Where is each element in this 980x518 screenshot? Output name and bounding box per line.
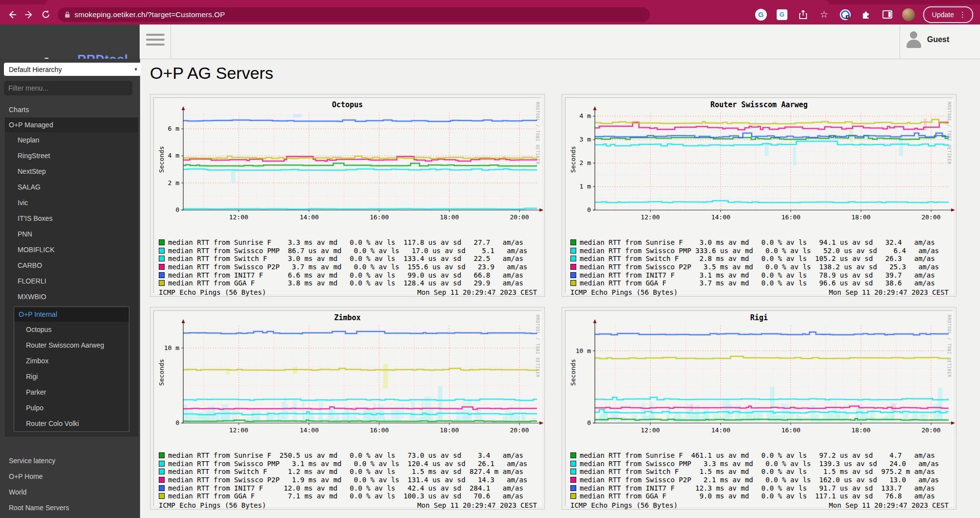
x-tick-label: 20:00 (921, 426, 940, 434)
legend-row: median RTT from INIT7 F 12.0 ms av md 0.… (159, 484, 539, 492)
x-tick-label: 16:00 (781, 213, 800, 221)
x-tick-label: 16:00 (369, 426, 389, 434)
graph-ylabel: Seconds (158, 351, 165, 395)
sidebar-item-octopus[interactable]: Octopus (14, 322, 129, 337)
back-arrow-icon (7, 10, 17, 20)
sidebar-item-mobiflick[interactable]: MOBIFLICK (5, 242, 138, 258)
x-tick-label: 12:00 (640, 426, 660, 434)
sidebar-item-floerli[interactable]: FLOERLI (5, 273, 138, 289)
legend-row: median RTT from Swissco P2P 1.9 ms av md… (159, 476, 539, 484)
sidebar-item-op-managed[interactable]: O+P Managed (5, 118, 138, 132)
share-icon[interactable] (797, 8, 809, 21)
legend-row: median RTT from Switch F 1.5 ms av md 0.… (570, 468, 951, 476)
sidebar-item-nextstep[interactable]: NextStep (5, 164, 138, 179)
sidebar-item-op-home[interactable]: O+P Home (0, 469, 140, 484)
reload-button[interactable] (37, 6, 54, 23)
y-tick-label: 2 m (156, 179, 179, 187)
graph-panel-router-swisscom-aarweg[interactable]: Router Swisscom AarwegSecondsRRDTOOL / T… (562, 94, 956, 297)
sidebar-item-mxwbio[interactable]: MXWBIO (5, 289, 138, 305)
x-tick-label: 20:00 (510, 213, 529, 221)
side-panel-icon[interactable] (881, 8, 894, 21)
rrd-graph-rigi[interactable]: RigiSecondsRRDTOOL / TOBI OETIKER010 m12… (565, 310, 953, 506)
menu-hamburger-icon[interactable] (146, 34, 165, 49)
graph-panel-octopus[interactable]: OctopusSecondsRRDTOOL / TOBI OETIKER02 m… (150, 94, 545, 297)
legend-row: median RTT from GGA F 3.8 ms av md 0.0 %… (159, 279, 539, 287)
browser-active-tab[interactable] (45, 0, 829, 4)
page: smokeping.oetiker.ch/?target=Customers.O… (0, 0, 980, 518)
legend-swatch-icon (570, 485, 576, 491)
update-button[interactable]: Update ⋮ (923, 6, 973, 23)
hierarchy-select[interactable]: Default Hierarchy ▾ (4, 63, 141, 76)
sidebar-item-carbo[interactable]: CARBO (5, 258, 138, 273)
x-tick-label: 18:00 (440, 426, 459, 434)
translate-icon[interactable]: G (776, 8, 788, 21)
legend-swatch-icon (159, 452, 165, 458)
plot-area (176, 318, 541, 428)
user-area[interactable]: Guest (906, 30, 949, 49)
legend-row: median RTT from Swissco PMP 86.7 us av m… (159, 247, 539, 255)
x-tick-label: 14:00 (711, 426, 730, 434)
graph-timestamp: Mon Sep 11 20:29:47 2023 CEST (417, 501, 537, 509)
sidebar-item-ivic[interactable]: Ivic (5, 195, 138, 211)
rrd-graph-zimbox[interactable]: ZimboxSecondsRRDTOOL / TOBI OETIKER010 m… (153, 310, 541, 506)
x-tick-label: 12:00 (229, 426, 248, 434)
legend-swatch-icon (159, 493, 165, 499)
graph-footer: ICMP Echo Pings (56 Bytes)Mon Sep 11 20:… (570, 288, 949, 296)
graph-legend: median RTT from Sunrise F 3.0 ms av md 0… (570, 238, 951, 287)
user-icon (906, 30, 922, 49)
y-tick-label: 3 m (567, 136, 591, 143)
sidebar-item-world[interactable]: World (0, 484, 140, 500)
profile-avatar[interactable] (902, 8, 915, 21)
sidebar-item-itis-boxes[interactable]: IT'IS Boxes (5, 211, 138, 226)
sidebar-item-salag[interactable]: SALAG (5, 179, 138, 195)
password-manager-icon[interactable] (839, 8, 852, 21)
rrd-graph-router-swisscom-aarweg[interactable]: Router Swisscom AarwegSecondsRRDTOOL / T… (565, 97, 953, 293)
google-search-icon[interactable]: G (755, 8, 767, 21)
sidebar-item-rigi[interactable]: Rigi (14, 369, 129, 384)
sidebar-item-charts[interactable]: Charts (0, 102, 140, 118)
y-tick-label: 0 (156, 206, 179, 213)
sidebar-item-service-latency[interactable]: Service latency (0, 453, 140, 469)
sidebar-item-pulpo[interactable]: Pulpo (14, 400, 129, 416)
legend-row: median RTT from GGA F 9.0 ms av md 0.0 %… (570, 492, 951, 500)
x-tick-label: 20:00 (510, 426, 529, 434)
sidebar-item-root-name-servers[interactable]: Root Name Servers (0, 500, 140, 516)
sidebar-item-pnn[interactable]: PNN (5, 226, 138, 242)
sidebar-item-multi-target-graphs[interactable]: Multi Target Graphs (0, 516, 140, 518)
legend-row: median RTT from Sunrise F 461.1 us av md… (570, 451, 951, 460)
sidebar-item-router-colo-volki[interactable]: Router Colo Volki (14, 416, 129, 431)
sidebar-item-parker[interactable]: Parker (14, 384, 129, 400)
legend-row: median RTT from Swissco PMP 3.3 ms av md… (570, 460, 951, 468)
sidebar-item-op-internal[interactable]: O+P Internal (14, 307, 129, 322)
sidebar-item-ringstreet[interactable]: RingStreet (5, 148, 138, 164)
legend-row: median RTT from Swissco P2P 2.1 ms av md… (570, 476, 951, 484)
url-text: smokeping.oetiker.ch/?target=Customers.O… (74, 10, 225, 19)
graph-legend: median RTT from Sunrise F 250.5 us av md… (159, 451, 539, 500)
back-button[interactable] (4, 6, 21, 23)
legend-swatch-icon (570, 248, 576, 254)
y-tick-label: 2 m (567, 159, 591, 166)
legend-swatch-icon (570, 256, 576, 261)
legend-swatch-icon (570, 469, 576, 474)
x-tick-label: 12:00 (640, 213, 660, 221)
sidebar: Default Hierarchy ▾ Charts O+P Managed N… (0, 59, 140, 518)
legend-swatch-icon (570, 264, 576, 270)
legend-row: median RTT from Swissco PMP 333.6 us av … (570, 247, 951, 255)
graph-ylabel: Seconds (158, 138, 165, 182)
x-tick-label: 14:00 (299, 426, 318, 434)
url-bar[interactable]: smokeping.oetiker.ch/?target=Customers.O… (58, 7, 650, 22)
graph-panel-rigi[interactable]: RigiSecondsRRDTOOL / TOBI OETIKER010 m12… (562, 307, 956, 510)
bookmark-star-icon[interactable]: ☆ (818, 8, 831, 21)
forward-button[interactable] (21, 6, 37, 23)
filter-menu-input[interactable] (4, 81, 132, 95)
legend-swatch-icon (570, 272, 576, 278)
browser-menu-kebab-icon[interactable]: ⋮ (959, 10, 966, 19)
sidebar-item-router-swisscom-aarweg[interactable]: Router Swisscom Aarweg (14, 337, 129, 353)
sidebar-item-zimbox[interactable]: Zimbox (14, 353, 129, 369)
sidebar-item-neplan[interactable]: Neplan (5, 132, 138, 148)
extensions-puzzle-icon[interactable] (860, 8, 873, 21)
graph-panel-zimbox[interactable]: ZimboxSecondsRRDTOOL / TOBI OETIKER010 m… (150, 307, 545, 510)
rrd-graph-octopus[interactable]: OctopusSecondsRRDTOOL / TOBI OETIKER02 m… (153, 97, 541, 293)
legend-swatch-icon (570, 239, 576, 245)
legend-row: median RTT from INIT7 F 6.6 ms av md 0.0… (159, 271, 539, 279)
